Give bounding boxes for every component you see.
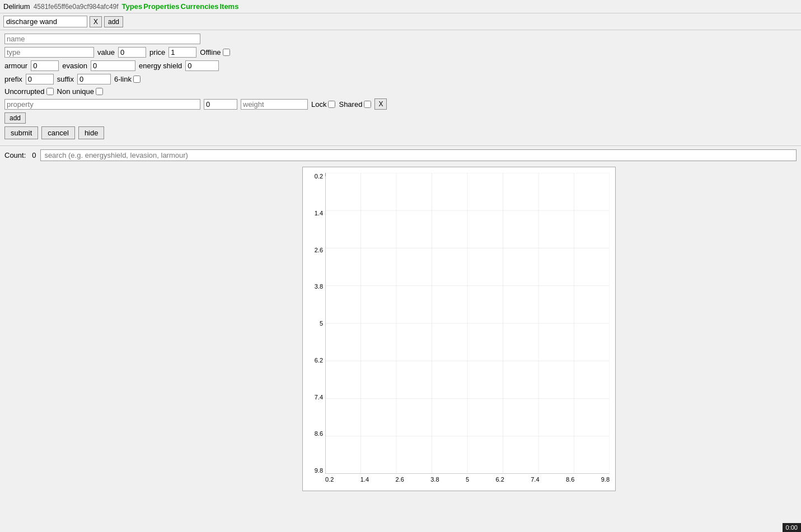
main-search-input[interactable] xyxy=(40,149,797,161)
top-bar: Delirium 4581fe65ff6e0a9cf984afc49f Type… xyxy=(0,0,801,13)
x-axis-label: 9.8 xyxy=(601,476,610,483)
shared-checkbox[interactable] xyxy=(364,101,371,108)
energy-shield-label: energy shield xyxy=(139,62,182,70)
prefix-label: prefix xyxy=(4,75,22,83)
y-axis-label: 2.6 xyxy=(315,247,323,253)
property-input[interactable] xyxy=(4,99,200,110)
name-input[interactable] xyxy=(4,34,200,44)
suffix-label: suffix xyxy=(57,75,74,83)
y-axis-labels: 9.88.67.46.253.82.61.40.2 xyxy=(303,173,325,474)
y-axis-label: 8.6 xyxy=(315,430,323,437)
y-axis-label: 7.4 xyxy=(315,394,323,401)
property-num-input[interactable] xyxy=(204,99,237,110)
uncorrupted-checkbox[interactable] xyxy=(46,88,54,95)
x-axis-label: 3.8 xyxy=(430,476,439,483)
count-label: Count: 0 xyxy=(4,151,36,159)
name-row xyxy=(4,34,797,44)
x-axis-label: 2.6 xyxy=(395,476,404,483)
energy-shield-input[interactable] xyxy=(185,60,219,71)
y-axis-label: 0.2 xyxy=(315,173,323,180)
y-axis-label: 5 xyxy=(320,320,323,327)
price-label: price xyxy=(149,48,165,57)
offline-checkbox[interactable] xyxy=(223,49,230,56)
x-axis-label: 5 xyxy=(466,476,469,483)
app-id: 4581fe65ff6e0a9cf984afc49f xyxy=(34,3,119,11)
add-property-button[interactable]: add xyxy=(4,112,26,124)
offline-label: Offline xyxy=(200,48,229,57)
lock-checkbox[interactable] xyxy=(328,101,335,108)
y-axis-label: 3.8 xyxy=(315,283,323,290)
uncorrupted-label: Uncorrupted xyxy=(4,87,54,96)
submit-button[interactable]: submit xyxy=(4,126,38,139)
six-link-checkbox[interactable] xyxy=(133,76,140,83)
evasion-input[interactable] xyxy=(91,60,135,71)
non-unique-label: Non unique xyxy=(57,87,104,96)
price-input[interactable] xyxy=(168,47,196,58)
count-search-row: Count: 0 xyxy=(0,146,801,164)
x-axis-labels: 0.21.42.63.856.27.48.69.8 xyxy=(325,474,610,491)
nav-links: Types Properties Currencies Items xyxy=(122,2,239,11)
lock-label: Lock xyxy=(311,100,335,109)
y-axis-label: 9.8 xyxy=(315,467,323,474)
six-link-label: 6-link xyxy=(114,75,140,83)
chart-svg xyxy=(325,173,610,474)
item-search-input[interactable] xyxy=(3,16,87,27)
prefix-input[interactable] xyxy=(26,74,54,84)
app-title: Delirium xyxy=(3,2,30,11)
submit-row: submit cancel hide xyxy=(4,126,797,139)
chart-container: 9.88.67.46.253.82.61.40.2 0. xyxy=(302,167,616,491)
add-property-row: add xyxy=(4,112,797,124)
weight-input[interactable] xyxy=(241,99,308,110)
x-axis-label: 7.4 xyxy=(531,476,539,483)
search-bar: X add xyxy=(0,13,801,30)
add-item-button[interactable]: add xyxy=(104,16,123,27)
x-axis-label: 1.4 xyxy=(360,476,369,483)
nav-items[interactable]: Items xyxy=(219,2,238,11)
hide-button[interactable]: hide xyxy=(78,126,105,139)
shared-label: Shared xyxy=(339,100,371,109)
type-value-row: value price Offline xyxy=(4,47,797,58)
y-axis-label: 1.4 xyxy=(315,210,323,216)
chart-inner xyxy=(325,173,610,474)
y-axis-label: 6.2 xyxy=(315,357,323,364)
armour-label: armour xyxy=(4,62,27,70)
uncorrupted-row: Uncorrupted Non unique xyxy=(4,87,797,96)
x-button[interactable]: X xyxy=(90,16,102,27)
non-unique-checkbox[interactable] xyxy=(96,88,103,95)
x-axis-label: 8.6 xyxy=(566,476,574,483)
x-property-button[interactable]: X xyxy=(374,98,387,110)
nav-currencies[interactable]: Currencies xyxy=(181,2,219,11)
armour-input[interactable] xyxy=(31,60,59,71)
value-label: value xyxy=(97,48,115,57)
armour-row: armour evasion energy shield xyxy=(4,60,797,71)
evasion-label: evasion xyxy=(62,62,87,70)
x-axis-label: 6.2 xyxy=(496,476,504,483)
property-row: Lock Shared X xyxy=(4,98,797,110)
prefix-row: prefix suffix 6-link xyxy=(4,74,797,84)
nav-properties[interactable]: Properties xyxy=(143,2,179,11)
nav-types[interactable]: Types xyxy=(122,2,143,11)
suffix-input[interactable] xyxy=(77,74,111,84)
form-section: value price Offline armour evasion energ… xyxy=(0,30,801,146)
cancel-button[interactable]: cancel xyxy=(41,126,75,139)
type-input[interactable] xyxy=(4,47,94,58)
x-axis-label: 0.2 xyxy=(325,476,334,483)
value-input[interactable] xyxy=(118,47,146,58)
